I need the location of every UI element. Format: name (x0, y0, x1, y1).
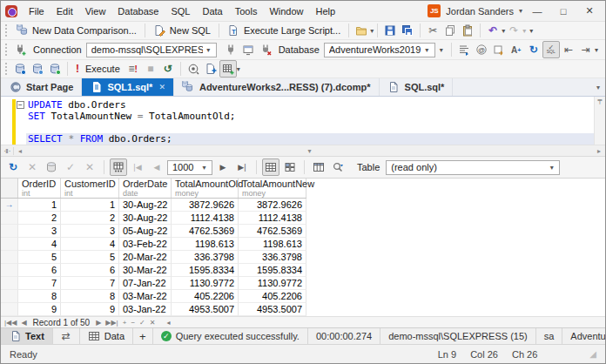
grid-row-6[interactable]: 6630-Mar-221595.83341595.8334 (1, 264, 306, 277)
table-caret-icon[interactable]: ▾ (546, 164, 557, 172)
grid-cell[interactable]: 405.2206 (239, 290, 306, 303)
collapse-region-icon[interactable]: − (17, 101, 24, 109)
open-file-caret-icon[interactable]: ▾ (370, 27, 374, 35)
user-avatar[interactable]: JS (428, 4, 441, 17)
results-options-caret-icon[interactable]: ▾ (237, 65, 240, 73)
grid-cell[interactable]: 4 (61, 238, 119, 251)
grid-cell[interactable]: 20-Mar-22 (119, 251, 172, 264)
server-name[interactable]: demo-mssql\SQLEXPRESS (15) (380, 328, 535, 344)
comment-button[interactable]: @ (473, 41, 490, 58)
menu-item-edit[interactable]: Edit (50, 3, 79, 19)
post-edit-icon[interactable]: ✓ (139, 319, 145, 327)
tab-text[interactable]: Text (1, 328, 53, 344)
grid-cell[interactable]: 405.2206 (172, 290, 239, 303)
apply-changes-button[interactable]: ✓ (62, 158, 79, 176)
grid-cell[interactable]: 336.3798 (239, 251, 306, 264)
grid-cell[interactable]: 1 (18, 199, 61, 212)
refresh-results-button[interactable]: ↻ (4, 158, 22, 176)
grid-cell[interactable]: 1130.9772 (172, 277, 239, 290)
toolbar-overflow-icon[interactable]: ▾ (529, 27, 533, 35)
menu-item-help[interactable]: Help (310, 3, 342, 19)
grid-cell[interactable]: 3 (18, 225, 61, 238)
grid-cell[interactable]: 3 (61, 225, 119, 238)
grid-row-8[interactable]: 8803-Mar-22405.2206405.2206 (1, 290, 306, 303)
grid-cell[interactable]: 1112.4138 (239, 212, 306, 225)
decrease-indent-button[interactable]: ⇤ (560, 41, 577, 58)
last-record-icon[interactable]: ▶▶| (105, 319, 118, 327)
cancel-edit-icon[interactable]: ✕ (150, 319, 156, 327)
tab-start-page[interactable]: Start Page (1, 78, 82, 96)
disconnect-button[interactable] (257, 41, 274, 58)
cut-button[interactable]: ✂ (424, 22, 441, 39)
save-all-button[interactable] (399, 22, 416, 39)
grid-cell[interactable]: 9 (61, 303, 119, 316)
maximize-button[interactable]: □ (552, 4, 575, 18)
grid-cell[interactable]: 03-Feb-22 (119, 238, 172, 251)
grid-cell[interactable]: 07-Jan-22 (119, 277, 172, 290)
query-profiler-button[interactable] (185, 60, 202, 78)
database-caret-icon[interactable]: ▾ (421, 46, 433, 54)
grid-cell[interactable]: 1595.8334 (239, 264, 306, 277)
post-changes-button[interactable] (43, 158, 60, 176)
grid-cell[interactable]: 5 (61, 251, 119, 264)
column-header-customerid[interactable]: CustomerIDint (61, 179, 119, 198)
connection-caret-icon[interactable]: ▾ (203, 46, 214, 54)
column-header-orderdate[interactable]: OrderDatedate (119, 179, 172, 198)
copy-button[interactable] (441, 22, 459, 39)
undo-button[interactable]: ↶ (484, 22, 502, 39)
paste-button[interactable] (459, 22, 476, 39)
grid-cell[interactable]: 4953.5007 (172, 303, 239, 316)
grid-row-4[interactable]: 4403-Feb-221198.6131198.613 (1, 238, 306, 251)
grid-cell[interactable]: 6 (61, 264, 119, 277)
new-connection-button[interactable] (11, 41, 29, 58)
tab-data[interactable]: Data (80, 328, 133, 344)
grid-cell[interactable]: 8 (61, 290, 119, 303)
database-check-button[interactable] (46, 60, 64, 78)
toolbar-overflow-icon[interactable]: ▾ (595, 46, 598, 54)
execute-script-button[interactable]: ≡! (125, 60, 142, 78)
user-menu-caret-icon[interactable]: ▾ (519, 7, 522, 15)
new-data-comparison-button[interactable]: New Data Comparison... (11, 23, 141, 39)
fold-margin[interactable] (16, 122, 26, 133)
execute-button[interactable]: ! Execute (71, 61, 125, 77)
toolbar-grip[interactable] (5, 24, 7, 37)
grid-cell[interactable]: 6 (18, 264, 61, 277)
new-result-tab-button[interactable] (202, 60, 219, 78)
fold-margin[interactable] (16, 133, 26, 145)
fold-margin[interactable] (16, 111, 26, 122)
tab-sql1[interactable]: SQL1.sql* ✕ (82, 78, 174, 96)
grid-cell[interactable]: 4762.5369 (172, 225, 239, 238)
grid-cell[interactable]: 3872.9626 (239, 199, 306, 212)
grid-row-9[interactable]: 9903-Jan-224953.50074953.5007 (1, 303, 306, 316)
grid-cell[interactable]: 4 (18, 238, 61, 251)
grid-cell[interactable]: 05-Aug-22 (119, 225, 172, 238)
grid-cell[interactable]: 4953.5007 (239, 303, 306, 316)
close-button[interactable]: ✕ (578, 3, 601, 18)
grid-cell[interactable]: 1595.8334 (172, 264, 239, 277)
code-area[interactable]: −UPDATE dbo.OrdersSET TotalAmountNew = T… (1, 97, 594, 145)
snippet-button[interactable] (490, 41, 508, 58)
uppercase-button[interactable]: A+ (508, 41, 525, 58)
format-sql-button[interactable] (455, 41, 473, 58)
grid-cell[interactable]: 5 (18, 251, 61, 264)
find-in-results-button[interactable] (329, 158, 347, 176)
database-edit-button[interactable] (11, 60, 29, 78)
grid-cell[interactable]: 1198.613 (172, 238, 239, 251)
connection-select[interactable]: demo-mssql\SQLEXPRESS ▾ (86, 43, 217, 57)
next-page-button[interactable]: ▶ (214, 158, 232, 176)
grid-row-7[interactable]: 7707-Jan-221130.97721130.9772 (1, 277, 306, 290)
splitter-grip-icon[interactable]: ╤ (598, 97, 603, 104)
grid-cell[interactable]: 7 (18, 277, 61, 290)
grid-view-button[interactable] (262, 158, 279, 176)
row-selector[interactable] (1, 225, 18, 238)
editor-horizontal-scrollbar[interactable]: ∙‖∙ ◂ ▾ ▸ (1, 145, 605, 156)
table-select[interactable]: (read only) ▾ (386, 160, 560, 175)
row-selector[interactable] (1, 277, 18, 290)
grid-row-1[interactable]: →1130-Aug-223872.96263872.9626 (1, 199, 306, 212)
results-grid-toggle-button[interactable] (219, 60, 237, 78)
toolbar-grip[interactable] (5, 44, 7, 56)
previous-record-icon[interactable]: ◀ (21, 319, 26, 327)
database-history-caret-icon[interactable]: ▾ (440, 46, 443, 54)
grid-cell[interactable]: 8 (18, 290, 61, 303)
grid-cell[interactable]: 1112.4138 (172, 212, 239, 225)
